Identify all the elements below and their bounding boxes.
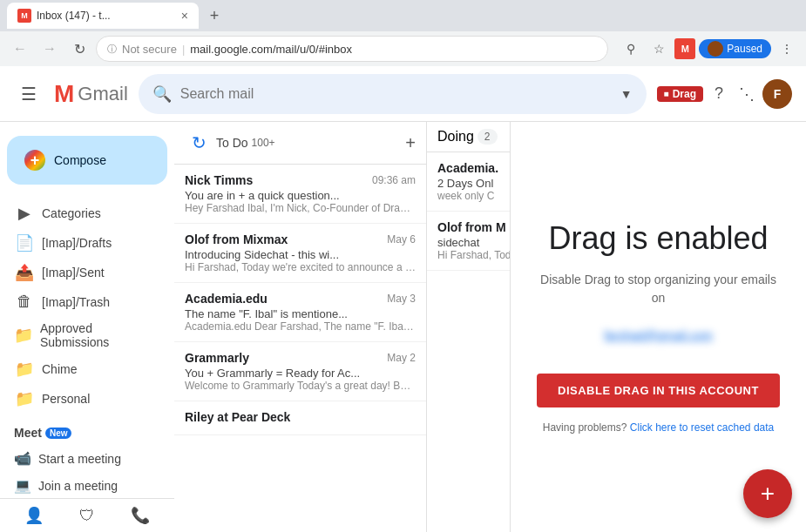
address-separator: | <box>182 43 185 56</box>
drag-label: Drag <box>673 88 696 100</box>
email-sender-4: Riley at Pear Deck <box>185 410 290 424</box>
email-item-1[interactable]: Olof from Mixmax May 6 Introducing Sidec… <box>174 224 426 283</box>
email-item-2[interactable]: Academia.edu May 3 The name "F. Ibal" is… <box>174 283 426 342</box>
back-button[interactable]: ← <box>7 36 33 62</box>
shield-icon[interactable]: 🛡 <box>79 507 95 525</box>
sidebar-item-categories[interactable]: ▶ Categories <box>0 199 167 228</box>
trash-icon: 🗑 <box>14 293 35 311</box>
apps-button[interactable]: ⋱ <box>735 82 759 106</box>
email-preview-1: Hi Farshad, Today we're excited to annou… <box>185 261 416 273</box>
drag-title: Drag is enabled <box>548 220 768 257</box>
sidebar-chime-label: Chime <box>42 362 77 376</box>
fab-button[interactable]: + <box>743 469 792 518</box>
sidebar-trash-label: [Imap]/Trash <box>42 295 110 309</box>
paused-button[interactable]: Paused <box>699 39 771 58</box>
tab-favicon: M <box>17 9 31 23</box>
tab-close-icon[interactable]: × <box>181 9 188 23</box>
personal-icon: 📁 <box>14 389 35 408</box>
email-list-panel: ↻ To Do 100+ + Nick Timms 09:36 am You a… <box>174 122 427 532</box>
add-email-button[interactable]: + <box>405 133 416 153</box>
compose-label: Compose <box>54 153 106 167</box>
browser-controls: ← → ↻ ⓘ Not secure | mail.google.com/mai… <box>0 31 806 66</box>
screen-icon: 💻 <box>14 477 31 494</box>
email-subject-2: The name "F. Ibal" is mentione... <box>185 307 416 320</box>
doing-sender-0: Academia. <box>437 161 498 175</box>
email-list-header: ↻ To Do 100+ + <box>174 122 426 165</box>
email-sender-3: Grammarly <box>185 351 249 365</box>
sidebar-approved-label: Approved Submissions <box>40 321 153 349</box>
browser-window: M Inbox (147) - t... × + ← → ↻ ⓘ Not sec… <box>0 0 806 66</box>
start-meeting-label: Start a meeting <box>38 452 121 466</box>
email-sender-2: Academia.edu <box>185 292 268 306</box>
email-item-0[interactable]: Nick Timms 09:36 am You are in + a quick… <box>174 165 426 224</box>
search-dropdown-icon[interactable]: ▼ <box>620 87 633 101</box>
secure-icon: ⓘ <box>107 43 117 56</box>
sidebar-item-sent[interactable]: 📤 [Imap]/Sent <box>0 258 167 287</box>
email-subject-0: You are in + a quick question... <box>185 189 416 202</box>
drag-badge[interactable]: ■ Drag <box>657 86 703 102</box>
hamburger-menu[interactable]: ☰ <box>14 77 44 111</box>
help-button[interactable]: ? <box>707 82 731 106</box>
new-tab-button[interactable]: + <box>202 3 227 28</box>
person-icon[interactable]: 👤 <box>24 506 44 525</box>
search-bar[interactable]: 🔍 ▼ <box>139 74 647 114</box>
email-time-3: May 2 <box>387 352 416 364</box>
sidebar-item-approved-submissions[interactable]: 📁 Approved Submissions <box>0 316 167 354</box>
gmail-header: ☰ M Gmail 🔍 ▼ ■ Drag ? ⋱ F <box>0 66 806 122</box>
sidebar-item-trash[interactable]: 🗑 [Imap]/Trash <box>0 287 167 316</box>
drag-description: Disable Drag to stop organizing your ema… <box>537 271 780 307</box>
logo-m: M <box>54 80 74 108</box>
address-bar[interactable]: ⓘ Not secure | mail.google.com/mail/u/0/… <box>96 36 608 62</box>
search-input[interactable] <box>180 86 612 102</box>
refresh-button[interactable]: ↻ <box>66 36 92 62</box>
meet-join-button[interactable]: 💻 Join a meeting <box>0 472 174 499</box>
email-preview-0: Hey Farshad Ibal, I'm Nick, Co-Founder o… <box>185 202 416 214</box>
tab-title: Inbox (147) - t... <box>37 10 176 22</box>
doing-title: Doing <box>437 129 474 145</box>
gmail-footer: 👤 🛡 📞 <box>0 498 174 532</box>
categories-icon: ▶ <box>14 204 35 223</box>
gmail-main: ↻ To Do 100+ + Nick Timms 09:36 am You a… <box>174 122 806 532</box>
email-subject-1: Introducing Sidechat - this wi... <box>185 248 416 261</box>
gmail-favicon: M <box>674 38 695 59</box>
browser-bookmark-button[interactable]: ☆ <box>647 37 671 61</box>
header-right: ■ Drag ? ⋱ F <box>657 79 792 109</box>
drag-reset-link[interactable]: Click here to reset cached data <box>630 421 774 434</box>
email-sender-1: Olof from Mixmax <box>185 232 288 246</box>
doing-count: 2 <box>478 129 498 145</box>
sidebar-personal-label: Personal <box>42 392 90 406</box>
profile-avatar[interactable]: F <box>762 79 792 109</box>
approved-submissions-icon: 📁 <box>14 326 33 345</box>
join-meeting-label: Join a meeting <box>38 479 118 493</box>
search-icon: 🔍 <box>152 84 172 104</box>
drag-email-blurred: farshad@gmail.com <box>604 328 713 342</box>
browser-menu-button[interactable]: ⋮ <box>775 37 799 61</box>
gmail-body: + Compose ▶ Categories 📄 [Imap]/Drafts 📤… <box>0 122 806 532</box>
gmail-logo: M Gmail <box>54 80 128 108</box>
sidebar-item-chime[interactable]: 📁 Chime <box>0 354 167 384</box>
forward-button[interactable]: → <box>37 36 63 62</box>
compose-icon: + <box>24 150 45 171</box>
profile-avatar-small <box>708 41 723 57</box>
browser-tab[interactable]: M Inbox (147) - t... × <box>7 3 199 29</box>
drag-favicon: ■ <box>664 89 669 98</box>
video-icon: 📹 <box>14 450 31 467</box>
sent-icon: 📤 <box>14 263 35 282</box>
meet-start-button[interactable]: 📹 Start a meeting <box>0 445 174 472</box>
meet-new-badge: New <box>45 428 72 439</box>
disable-drag-button[interactable]: DISABLE DRAG IN THIS ACCOUNT <box>537 374 780 407</box>
sidebar-item-drafts[interactable]: 📄 [Imap]/Drafts <box>0 228 167 258</box>
phone-icon[interactable]: 📞 <box>131 506 150 525</box>
browser-search-button[interactable]: ⚲ <box>619 37 643 61</box>
todo-title: To Do <box>216 136 248 150</box>
email-preview-2: Academia.edu Dear Farshad, The name "F. … <box>185 320 416 333</box>
email-time-1: May 6 <box>387 233 416 246</box>
email-time-2: May 3 <box>387 293 416 305</box>
email-time-0: 09:36 am <box>372 174 416 186</box>
refresh-icon[interactable]: ↻ <box>185 129 213 157</box>
email-subject-3: You + Grammarly = Ready for Ac... <box>185 367 416 380</box>
compose-button[interactable]: + Compose <box>7 136 167 185</box>
email-item-3[interactable]: Grammarly May 2 You + Grammarly = Ready … <box>174 342 426 401</box>
email-item-4[interactable]: Riley at Pear Deck <box>174 401 426 435</box>
sidebar-item-personal[interactable]: 📁 Personal <box>0 384 167 414</box>
